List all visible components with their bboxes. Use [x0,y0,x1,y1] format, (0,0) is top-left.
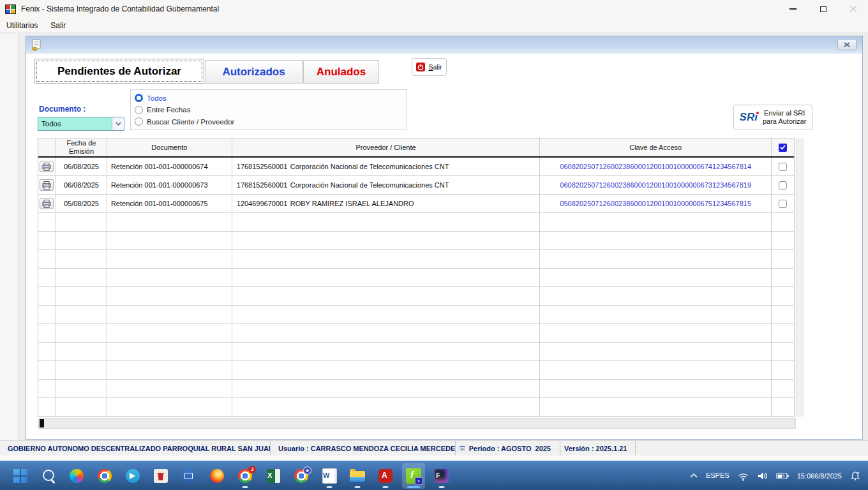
wifi-icon [737,470,749,481]
documento-cell: Retención 001-001-000000674 [107,158,232,175]
empty-table-row [38,287,794,306]
battery-button[interactable] [774,463,791,489]
tray-chevron-button[interactable] [687,463,700,489]
minimize-button[interactable] [778,0,808,18]
maximize-button[interactable] [808,0,838,18]
app-logo-icon [5,4,16,14]
tray-date: 6/8/2025 [814,471,842,480]
tab-label: Autorizados [222,66,285,78]
documento-header: Documento [107,138,232,156]
menubar: Utilitarios Salir [0,18,868,33]
chrome-profile-icon: J [237,468,253,484]
menu-utilitarios[interactable]: Utilitarios [0,18,44,33]
wifi-button[interactable] [735,463,751,489]
print-button[interactable] [40,161,54,172]
row-checkbox[interactable] [779,181,787,189]
taskbar-button-remote-desktop[interactable] [177,463,200,489]
row-checkbox[interactable] [779,200,787,208]
radio-option-entre-fechas[interactable]: Entre Fechas [135,105,403,115]
svg-text:z: z [857,471,859,475]
volume-button[interactable] [755,463,770,489]
radio-option-todos[interactable]: Todos [135,93,403,103]
tab-autorizados[interactable]: Autorizados [205,60,303,84]
taskbar-button-fenix[interactable]: x [402,463,425,489]
chrome-share-icon [293,468,310,484]
statusbar-version: Versión : 2025.1.21 [560,441,636,456]
documento-select[interactable]: Todos [38,117,124,131]
system-tray: ESP ES [687,461,868,490]
select-all-checkbox[interactable] [779,144,787,152]
table-body: 06/08/2025 Retención 001-001-000000674 1… [38,158,794,417]
menu-salir[interactable]: Salir [44,18,72,33]
fecha-value: 06/08/2025 [64,181,99,189]
taskbar-button-excel[interactable] [262,463,285,489]
horizontal-scrollbar[interactable] [38,418,796,429]
statusbar-entity: GOBIERNO AUTONOMO DESCENTRALIZADO PARROQ… [0,441,271,456]
clock[interactable]: 15:06 6/8/2025 [795,463,844,489]
power-icon [416,63,425,71]
taskbar-button-chrome-share[interactable] [290,463,313,489]
taskbar-button-chrome[interactable] [93,463,116,489]
exit-button[interactable]: Salir [412,58,447,76]
taskbar-button-copilot[interactable] [65,463,88,489]
taskbar-button-recycle-bin[interactable] [149,463,172,489]
document-icon [31,39,42,54]
child-close-button[interactable] [837,39,857,50]
taskbar-button-acrobat[interactable] [374,463,397,489]
print-cell [38,158,56,175]
taskbar-button-fenix-dark[interactable] [430,463,453,489]
empty-table-row [38,232,794,250]
child-titlebar [26,36,862,54]
search-icon [40,468,57,484]
fecha-value: 05/08/2025 [64,200,99,207]
empty-table-row [38,398,794,417]
scrollbar-thumb[interactable] [40,419,44,427]
running-indicator [407,486,420,488]
user-name: Usuario : CARRASCO MENDOZA CECILIA MERCE… [278,445,456,452]
language-line1: ESP [706,471,720,480]
radio-selected-icon [135,94,143,102]
taskbar-button-word[interactable] [318,463,341,489]
print-cell [38,195,56,212]
vertical-scrollbar[interactable] [796,138,804,417]
empty-table-row [38,324,794,343]
remote-desktop-icon [181,468,197,484]
print-button[interactable] [40,198,54,209]
close-button[interactable] [838,0,868,18]
taskbar: Jx ESP ES [0,461,868,490]
printer-icon [42,200,51,208]
row-checkbox[interactable] [779,163,787,171]
version-label: Versión : 2025.1.21 [564,445,627,452]
tab-anulados[interactable]: Anulados [303,60,379,84]
notifications-button[interactable]: z [848,463,863,489]
radio-icon [135,117,143,126]
taskbar-button-firefox[interactable] [206,463,228,489]
taskbar-button-chrome-profile[interactable]: J [234,463,257,489]
window-controls [778,0,868,18]
empty-table-row [38,269,794,287]
proveedor-cell: 1204699670001 ROBY RAMIREZ ISRAEL ALEJAN… [232,195,541,212]
taskbar-button-file-explorer[interactable] [346,463,369,489]
taskbar-app-icons: Jx [9,463,458,489]
taskbar-button-start[interactable] [9,463,32,489]
clave-cell: 0608202507126002386000120010010000006731… [540,176,772,194]
copilot-icon [68,468,85,484]
acrobat-icon [377,468,394,484]
taskbar-button-telegram[interactable] [121,463,144,489]
taskbar-button-search[interactable] [37,463,60,489]
table-row: 05/08/2025 Retención 001-001-000000675 1… [38,195,794,213]
enviar-sri-button[interactable]: SRi Enviar al SRIpara Autorizar [733,105,812,130]
printer-icon [42,163,51,171]
running-indicator [355,486,361,488]
language-indicator[interactable]: ESP ES [704,463,731,489]
maximize-icon [820,6,827,12]
print-cell [38,176,56,194]
svg-text:31: 31 [461,447,464,450]
print-button[interactable] [40,179,54,191]
exit-button-label: Salir [428,63,442,71]
documento-value: Retención 001-001-000000675 [111,200,208,207]
radio-option-buscar-cliente-proveedor[interactable]: Buscar Cliente / Proveedor [135,116,403,127]
tab-pendientes-de-autorizar[interactable]: Pendientes de Autorizar [34,59,204,84]
proveedor-nombre: Corporación Nacional de Telecomunicacion… [290,163,449,170]
statusbar: GOBIERNO AUTONOMO DESCENTRALIZADO PARROQ… [0,440,868,456]
